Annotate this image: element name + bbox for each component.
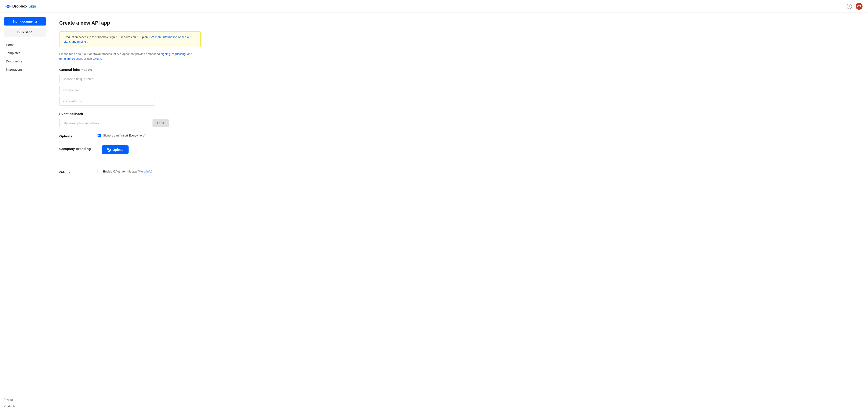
page-title: Create a new API app: [59, 20, 246, 26]
branding-label: Company Branding: [59, 146, 91, 151]
info-banner-text-or: or: [178, 35, 181, 39]
oauth-checkbox[interactable]: [98, 170, 101, 173]
link-template-creation[interactable]: template creation: [59, 57, 82, 60]
sidebar-item-home[interactable]: Home: [4, 41, 46, 49]
bulk-send-button[interactable]: Bulk send: [4, 28, 46, 36]
upload-button[interactable]: Upload: [102, 146, 128, 154]
options-label: Options: [59, 134, 87, 138]
link-signing[interactable]: signing: [161, 52, 170, 56]
callback-input[interactable]: [59, 119, 150, 127]
options-row: Options Signers can "Insert Everywhere": [59, 134, 246, 138]
info-banner-text-period: .: [87, 40, 88, 43]
domain2-input[interactable]: [59, 97, 155, 105]
avatar[interactable]: CS: [856, 3, 863, 10]
upload-label: Upload: [113, 148, 123, 152]
logo: Dropbox Sign: [5, 4, 36, 9]
insert-everywhere-row: Signers can "Insert Everywhere": [98, 134, 146, 137]
layout: Sign documents Bulk send Home Templates …: [0, 13, 868, 417]
oauth-text: Enable OAuth for this app (More info): [103, 170, 152, 173]
logo-text-sign: Sign: [29, 4, 36, 8]
sidebar-pricing[interactable]: Pricing: [4, 397, 46, 402]
help-icon[interactable]: ?: [846, 4, 852, 9]
general-info-section: General information: [59, 68, 246, 105]
header-right: ? CS: [846, 3, 863, 10]
oauth-more-info-link[interactable]: More info: [139, 170, 151, 173]
header: Dropbox Sign ? CS: [0, 0, 868, 13]
main-content: Create a new API app Production access t…: [50, 13, 255, 417]
info-banner-text: Production access to the Dropbox Sign AP…: [64, 35, 150, 39]
oauth-label: OAuth: [59, 170, 87, 174]
event-callback-title: Event callback: [59, 112, 246, 116]
oauth-checkbox-row: Enable OAuth for this app (More info): [98, 170, 152, 173]
test-button[interactable]: TEST: [153, 119, 169, 127]
link-oauth[interactable]: OAuth: [93, 57, 101, 60]
general-info-title: General information: [59, 68, 246, 71]
sign-documents-button[interactable]: Sign documents: [4, 17, 46, 26]
dropbox-logo-icon: [5, 4, 11, 9]
sidebar-item-integrations[interactable]: Integrations: [4, 66, 46, 73]
domain1-input[interactable]: [59, 86, 155, 94]
upload-icon: [107, 148, 111, 152]
link-requesting[interactable]: requesting: [172, 52, 186, 56]
checkmark-icon: [98, 135, 100, 136]
sidebar-products[interactable]: Products: [4, 404, 46, 409]
event-callback-section: Event callback TEST: [59, 112, 246, 127]
domain2-field-group: [59, 97, 155, 105]
sidebar-bottom: Pricing Products: [0, 393, 50, 412]
callback-row: TEST: [59, 119, 169, 127]
insert-everywhere-label: Signers can "Insert Everywhere": [103, 134, 146, 137]
divider: [59, 163, 200, 163]
domain1-field-group: [59, 86, 155, 94]
approval-text: Please read about our approval process f…: [59, 52, 200, 61]
logo-text-dropbox: Dropbox: [12, 4, 27, 8]
sidebar-item-templates[interactable]: Templates: [4, 49, 46, 57]
sidebar-nav: Home Templates Documents Integrations: [0, 41, 50, 393]
sidebar-item-documents[interactable]: Documents: [4, 57, 46, 65]
sidebar: Sign documents Bulk send Home Templates …: [0, 13, 50, 417]
branding-row: Company Branding Upload: [59, 146, 246, 154]
sidebar-top: Sign documents Bulk send: [0, 17, 50, 36]
oauth-row: OAuth Enable OAuth for this app (More in…: [59, 170, 246, 174]
info-banner-link-more-info[interactable]: Get more information: [150, 35, 177, 39]
insert-everywhere-checkbox[interactable]: [98, 134, 101, 137]
name-field-group: [59, 75, 155, 83]
name-input[interactable]: [59, 75, 155, 83]
upload-icon-svg: [107, 148, 110, 151]
info-banner: Production access to the Dropbox Sign AP…: [59, 31, 200, 47]
